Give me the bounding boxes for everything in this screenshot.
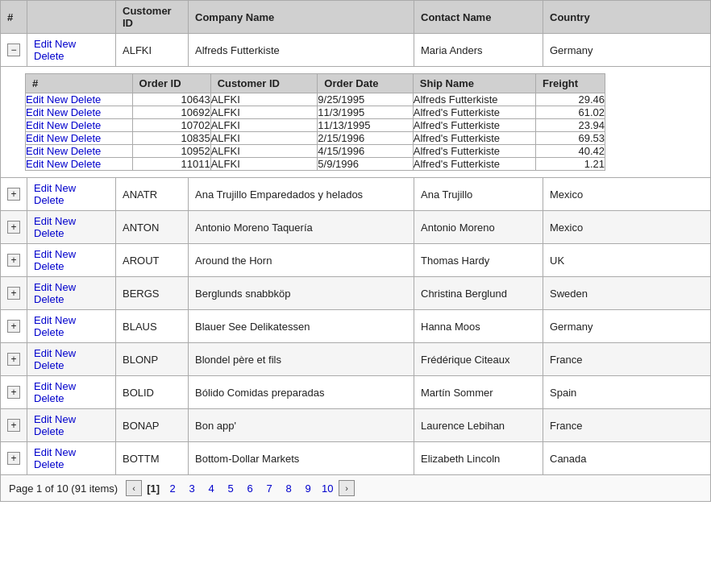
pagination-prev-button[interactable]: ‹ (126, 480, 142, 496)
row-expand-icon[interactable]: + (1, 442, 27, 475)
sub-orderid-cell: 10692 (132, 106, 210, 119)
sub-custid-cell: ALFKI (210, 132, 318, 145)
row-expand-icon[interactable]: + (1, 178, 27, 211)
sub-freight-cell: 23.94 (536, 119, 605, 132)
row-actions: Edit New Delete (27, 376, 116, 409)
sub-edit-link[interactable]: Edit (26, 119, 44, 131)
edit-link[interactable]: Edit (34, 413, 52, 425)
new-link[interactable]: New (55, 380, 76, 392)
sub-delete-link[interactable]: Delete (71, 158, 102, 170)
delete-link[interactable]: Delete (34, 326, 64, 338)
sub-new-link[interactable]: New (47, 132, 68, 144)
country-cell: France (543, 343, 711, 376)
delete-link[interactable]: Delete (34, 293, 64, 305)
edit-link[interactable]: Edit (34, 281, 52, 293)
sub-delete-link[interactable]: Delete (71, 132, 102, 144)
row-expand-icon[interactable]: + (1, 211, 27, 244)
sub-row-actions: Edit New Delete (26, 119, 133, 132)
sub-delete-link[interactable]: Delete (71, 106, 102, 118)
delete-link[interactable]: Delete (34, 392, 64, 404)
row-expand-icon[interactable]: − (1, 34, 27, 67)
row-expand-icon[interactable]: + (1, 277, 27, 310)
expand-icon[interactable]: + (7, 320, 20, 333)
sub-edit-link[interactable]: Edit (26, 158, 44, 170)
delete-link[interactable]: Delete (34, 359, 64, 371)
customer-id-cell: ALFKI (116, 34, 189, 67)
new-link[interactable]: New (55, 314, 76, 326)
row-actions: Edit New Delete (27, 178, 116, 211)
delete-link[interactable]: Delete (34, 458, 64, 470)
country-cell: Spain (543, 376, 711, 409)
sub-edit-link[interactable]: Edit (26, 145, 44, 157)
new-link[interactable]: New (55, 182, 76, 194)
pagination-page-link[interactable]: 3 (184, 482, 200, 495)
edit-link[interactable]: Edit (34, 380, 52, 392)
delete-link[interactable]: Delete (34, 260, 64, 272)
expand-icon[interactable]: + (7, 353, 20, 366)
expand-icon[interactable]: + (7, 254, 20, 267)
customer-id-cell: BLAUS (116, 310, 189, 343)
expand-icon[interactable]: + (7, 221, 20, 234)
sub-new-link[interactable]: New (47, 106, 68, 118)
pagination-page-link[interactable]: 6 (242, 482, 258, 495)
pagination-next-button[interactable]: › (339, 480, 355, 496)
expand-icon[interactable]: + (7, 386, 20, 399)
edit-link[interactable]: Edit (34, 314, 52, 326)
sub-new-link[interactable]: New (47, 145, 68, 157)
edit-link[interactable]: Edit (34, 182, 52, 194)
pagination-page-link[interactable]: 8 (281, 482, 297, 495)
edit-link[interactable]: Edit (34, 446, 52, 458)
sub-delete-link[interactable]: Delete (71, 93, 102, 106)
edit-link[interactable]: Edit (34, 347, 52, 359)
row-expand-icon[interactable]: + (1, 310, 27, 343)
row-expand-icon[interactable]: + (1, 343, 27, 376)
country-cell: Mexico (543, 178, 711, 211)
new-link[interactable]: New (55, 248, 76, 260)
row-expand-icon[interactable]: + (1, 409, 27, 442)
collapse-icon[interactable]: − (7, 43, 20, 56)
new-link[interactable]: New (55, 215, 76, 227)
sub-edit-link[interactable]: Edit (26, 93, 44, 106)
row-expand-icon[interactable]: + (1, 376, 27, 409)
pagination-page-link[interactable]: 7 (261, 482, 277, 495)
row-expand-icon[interactable]: + (1, 244, 27, 277)
expand-icon[interactable]: + (7, 419, 20, 432)
pagination-page-link[interactable]: 4 (203, 482, 219, 495)
contact-name-cell: Elizabeth Lincoln (414, 442, 543, 475)
delete-link[interactable]: Delete (34, 425, 64, 437)
sub-new-link[interactable]: New (47, 119, 68, 131)
expand-icon[interactable]: + (7, 287, 20, 300)
edit-link[interactable]: Edit (34, 215, 52, 227)
new-link[interactable]: New (55, 446, 76, 458)
contact-name-cell: Antonio Moreno (414, 211, 543, 244)
sub-new-link[interactable]: New (47, 93, 68, 106)
pagination-page-link[interactable]: 5 (222, 482, 239, 495)
sub-edit-link[interactable]: Edit (26, 132, 44, 144)
delete-link[interactable]: Delete (34, 227, 64, 239)
contact-name-cell: Christina Berglund (414, 277, 543, 310)
pagination-page-link[interactable]: 10 (319, 482, 335, 495)
country-cell: Sweden (543, 277, 711, 310)
edit-link[interactable]: Edit (34, 38, 52, 50)
sub-new-link[interactable]: New (47, 158, 68, 170)
new-link[interactable]: New (55, 281, 76, 293)
pagination-info: Page 1 of 10 (91 items) (9, 482, 118, 495)
expand-icon[interactable]: + (7, 188, 20, 201)
edit-link[interactable]: Edit (34, 248, 52, 260)
sub-delete-link[interactable]: Delete (71, 119, 102, 131)
delete-link[interactable]: Delete (34, 194, 64, 206)
contact-name-cell: Martín Sommer (414, 376, 543, 409)
new-link[interactable]: New (55, 347, 76, 359)
sub-delete-link[interactable]: Delete (71, 145, 102, 157)
row-actions: Edit New Delete (27, 409, 116, 442)
pagination-page-link[interactable]: 9 (300, 482, 316, 495)
delete-link[interactable]: Delete (34, 50, 64, 62)
expand-icon[interactable]: + (7, 452, 20, 465)
company-name-cell: Alfreds Futterkiste (189, 34, 414, 67)
pagination-page-link[interactable]: 2 (164, 482, 181, 495)
sub-edit-link[interactable]: Edit (26, 106, 44, 118)
new-link[interactable]: New (55, 38, 76, 50)
new-link[interactable]: New (55, 413, 76, 425)
sub-orderdate-cell: 11/3/1995 (318, 106, 413, 119)
sub-freight-cell: 40.42 (536, 145, 605, 158)
